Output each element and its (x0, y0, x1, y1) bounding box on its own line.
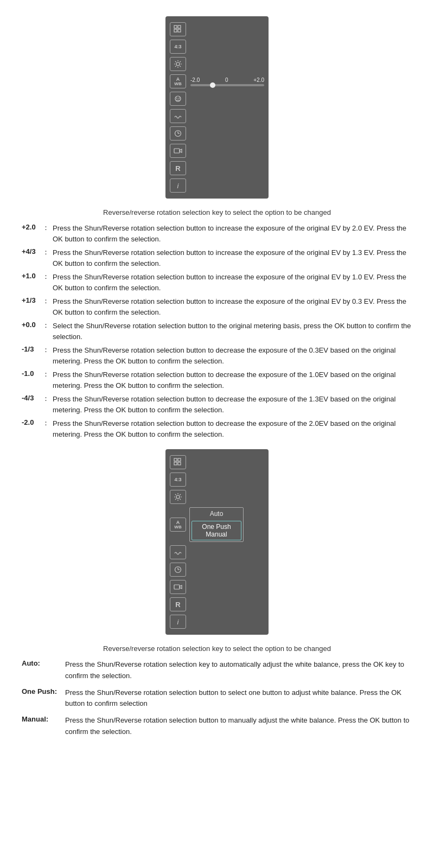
ratio-icon[interactable]: 4:3 (170, 40, 186, 54)
svg-line-31 (180, 499, 181, 500)
slider-max-label: +2.0 (253, 77, 264, 83)
ev-label-m20: -2.0 (22, 418, 42, 426)
svg-rect-19 (174, 149, 180, 153)
panel2-wave-icon[interactable] (170, 545, 186, 559)
ev-label-p43: +4/3 (22, 247, 42, 256)
panel2-row-brightness (165, 488, 269, 506)
ev-text-m43: Press the Shun/Reverse rotation selectio… (53, 394, 412, 415)
panel2-row-clock (165, 561, 269, 578)
camera-panel-1: 4:3 (165, 16, 269, 199)
ev-item-m13: -1/3 ： Press the Shun/Reverse rotation s… (22, 345, 412, 366)
svg-rect-0 (174, 25, 177, 28)
svg-line-30 (175, 494, 176, 495)
slider-min-label: -2.0 (190, 77, 200, 83)
ev-item-m20: -2.0 ： Press the Shun/Reverse rotation s… (22, 418, 412, 439)
wb-item-auto: Auto: Press the Shun/Reverse rotation se… (22, 659, 412, 682)
ev-text-p10: Press the Shun/Reverse rotation selectio… (53, 272, 412, 293)
panel2-row-wb: A WB Auto One Push Manual (165, 506, 269, 544)
wb-dropdown[interactable]: Auto One Push Manual (189, 507, 244, 542)
svg-marker-20 (180, 149, 182, 152)
ev-label-m43: -4/3 (22, 394, 42, 402)
ev-item-m10: -1.0 ： Press the Shun/Reverse rotation s… (22, 369, 412, 391)
panel-row-face (165, 90, 269, 107)
wb-description-section: Reverse/reverse rotation selection key t… (22, 644, 412, 738)
ev-label-p20: +2.0 (22, 223, 42, 231)
panel-row-info: i (165, 177, 269, 194)
panel-row-ratio: 4:3 (165, 38, 269, 55)
panel2-cam-icon[interactable] (170, 580, 186, 594)
panel2-row-info: i (165, 613, 269, 630)
panel2-row-r: R (165, 596, 269, 613)
panel-row-cam (165, 142, 269, 159)
ev-description-section: Reverse/reverse rotation selection key t… (22, 208, 412, 439)
panel2-r-icon[interactable]: R (170, 597, 186, 611)
ev-item-p10: +1.0 ： Press the Shun/Reverse rotation s… (22, 272, 412, 293)
panel-row-r: R (165, 159, 269, 177)
svg-point-4 (176, 62, 180, 66)
dropdown-item-onepush[interactable]: One Push Manual (192, 521, 241, 540)
ev-item-p13: +1/3 ： Press the Shun/Reverse rotation s… (22, 296, 412, 317)
svg-point-25 (176, 495, 180, 499)
panel2-row-ratio: 4:3 (165, 471, 269, 488)
ev-label-m13: -1/3 (22, 345, 42, 353)
ev-text-m20: Press the Shun/Reverse rotation selectio… (53, 418, 412, 439)
brightness-icon[interactable] (170, 57, 186, 71)
wb-icon[interactable]: A WB (170, 74, 186, 88)
panel2-wb-icon[interactable]: A WB (170, 518, 186, 532)
ev-text-p13: Press the Shun/Reverse rotation selectio… (53, 296, 412, 317)
panel-row-brightness (165, 55, 269, 73)
slider-mid-label: 0 (225, 77, 228, 83)
info-icon[interactable]: i (170, 178, 186, 193)
ev-item-p20: +2.0 ： Press the Shun/Reverse rotation s… (22, 223, 412, 244)
svg-point-14 (176, 98, 177, 99)
svg-rect-37 (174, 585, 180, 589)
panel-row-clock (165, 125, 269, 142)
ev-text-p20: Press the Shun/Reverse rotation selectio… (53, 223, 412, 244)
slider-thumb[interactable] (210, 82, 215, 88)
wb-text-onepush: Press the Shun/Reverse rotation selectio… (65, 687, 412, 710)
ev-item-00: +0.0 ： Select the Shun/Reverse rotation … (22, 321, 412, 342)
ev-item-p43: +4/3 ： Press the Shun/Reverse rotation s… (22, 247, 412, 269)
panel2-row-grid (165, 454, 269, 471)
grid-icon[interactable] (170, 22, 186, 36)
panel-row-wb: A WB -2.0 0 +2.0 (165, 73, 269, 90)
svg-rect-22 (178, 458, 181, 461)
section2-header: Reverse/reverse rotation selection key t… (22, 644, 412, 653)
slider-track[interactable] (190, 84, 264, 86)
svg-rect-23 (174, 462, 177, 465)
wb-item-onepush: One Push: Press the Shun/Reverse rotatio… (22, 687, 412, 710)
svg-rect-1 (178, 25, 181, 28)
clock-icon[interactable] (170, 126, 186, 141)
panel2-ratio-icon[interactable]: 4:3 (170, 473, 186, 487)
slider-labels: -2.0 0 +2.0 (190, 77, 264, 83)
panel2-clock-icon[interactable] (170, 563, 186, 577)
r-icon[interactable]: R (170, 161, 186, 175)
svg-rect-24 (178, 462, 181, 465)
svg-rect-2 (174, 29, 177, 32)
panel2-info-icon[interactable]: i (170, 615, 186, 629)
exposure-slider-container: -2.0 0 +2.0 (190, 77, 264, 86)
ev-text-p43: Press the Shun/Reverse rotation selectio… (53, 247, 412, 269)
wave-icon[interactable] (170, 109, 186, 123)
svg-rect-21 (174, 458, 177, 461)
svg-line-33 (175, 499, 176, 500)
ev-label-00: +0.0 (22, 321, 42, 329)
svg-line-9 (175, 61, 176, 62)
camera-panel-1-wrapper: 4:3 (22, 16, 412, 199)
wb-label-onepush: One Push: (22, 687, 65, 695)
wb-text-auto: Press the Shun/Reverse rotation selectio… (65, 659, 412, 682)
ev-text-m13: Press the Shun/Reverse rotation selectio… (53, 345, 412, 366)
ev-item-m43: -4/3 ： Press the Shun/Reverse rotation s… (22, 394, 412, 415)
svg-rect-3 (178, 29, 181, 32)
face-icon[interactable] (170, 92, 186, 106)
ev-label-p10: +1.0 (22, 272, 42, 280)
svg-marker-38 (180, 585, 182, 589)
wb-item-manual: Manual: Press the Shun/Reverse rotation … (22, 715, 412, 738)
panel2-brightness-icon[interactable] (170, 490, 186, 504)
cam-icon[interactable] (170, 144, 186, 158)
dropdown-item-auto[interactable]: Auto (190, 508, 243, 520)
section1-header: Reverse/reverse rotation selection key t… (22, 208, 412, 216)
camera-panel-2: 4:3 (165, 449, 269, 635)
ev-text-00: Select the Shun/Reverse rotation selecti… (53, 321, 412, 342)
panel2-grid-icon[interactable] (170, 455, 186, 469)
